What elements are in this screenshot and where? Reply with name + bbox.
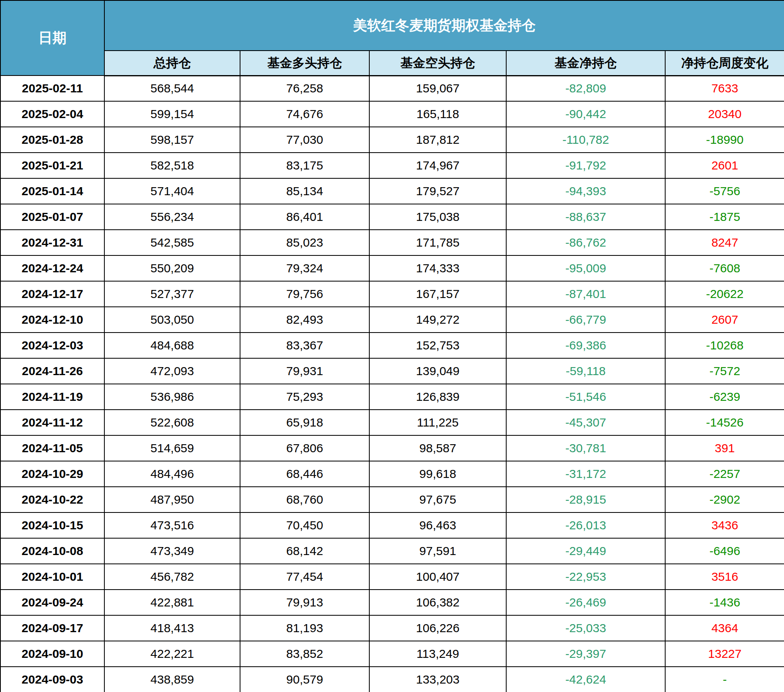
date-column-header: 日期 [0,0,104,76]
date-cell: 2024-09-17 [0,615,104,641]
total-position-cell: 484,688 [104,333,240,358]
total-position-cell: 542,585 [104,230,240,255]
weekly-net-change-cell: -2902 [665,487,784,512]
fund-long-position-cell: 74,676 [240,101,369,127]
table-row: 2024-12-24 550,209 79,324 174,333 -95,00… [0,255,784,281]
column-header-fund-net: 基金净持仓 [506,51,665,76]
table-row: 2024-11-05 514,659 67,806 98,587 -30,781… [0,435,784,461]
fund-short-position-cell: 106,382 [369,590,506,615]
date-cell: 2024-12-03 [0,333,104,358]
total-position-cell: 598,157 [104,127,240,153]
date-cell: 2024-10-22 [0,487,104,512]
fund-net-position-cell: -25,033 [506,615,665,641]
column-header-fund-long: 基金多头持仓 [240,51,369,76]
weekly-net-change-cell: 2601 [665,153,784,178]
total-position-cell: 422,221 [104,641,240,667]
fund-long-position-cell: 70,450 [240,512,369,538]
date-cell: 2024-10-15 [0,512,104,538]
total-position-cell: 556,234 [104,204,240,230]
fund-short-position-cell: 152,753 [369,333,506,358]
fund-long-position-cell: 75,293 [240,384,369,410]
date-cell: 2024-10-01 [0,564,104,590]
fund-long-position-cell: 85,134 [240,178,369,204]
date-cell: 2025-01-14 [0,178,104,204]
weekly-net-change-cell: -1436 [665,590,784,615]
date-cell: 2024-12-31 [0,230,104,255]
total-position-cell: 438,859 [104,667,240,692]
fund-long-position-cell: 77,030 [240,127,369,153]
fund-net-position-cell: -29,449 [506,538,665,564]
fund-long-position-cell: 76,258 [240,76,369,101]
table-row: 2024-11-19 536,986 75,293 126,839 -51,54… [0,384,784,410]
fund-net-position-cell: -95,009 [506,255,665,281]
fund-short-position-cell: 171,785 [369,230,506,255]
total-position-cell: 418,413 [104,615,240,641]
fund-short-position-cell: 139,049 [369,358,506,384]
total-position-cell: 522,608 [104,410,240,435]
table-row: 2025-02-04 599,154 74,676 165,118 -90,44… [0,101,784,127]
fund-net-position-cell: -66,779 [506,307,665,333]
weekly-net-change-cell: -18990 [665,127,784,153]
table-row: 2025-02-11 568,544 76,258 159,067 -82,80… [0,76,784,101]
weekly-net-change-cell: 13227 [665,641,784,667]
table-row: 2024-10-08 473,349 68,142 97,591 -29,449… [0,538,784,564]
fund-net-position-cell: -26,013 [506,512,665,538]
total-position-cell: 514,659 [104,435,240,461]
weekly-net-change-cell: -7608 [665,255,784,281]
weekly-net-change-cell: -20622 [665,281,784,307]
weekly-net-change-cell: -7572 [665,358,784,384]
fund-long-position-cell: 68,142 [240,538,369,564]
table-row: 2024-09-17 418,413 81,193 106,226 -25,03… [0,615,784,641]
weekly-net-change-cell: 20340 [665,101,784,127]
table-row: 2025-01-07 556,234 86,401 175,038 -88,63… [0,204,784,230]
table-row: 2024-09-24 422,881 79,913 106,382 -26,46… [0,590,784,615]
fund-net-position-cell: -88,637 [506,204,665,230]
fund-net-position-cell: -26,469 [506,590,665,615]
fund-short-position-cell: 111,225 [369,410,506,435]
table-row: 2024-11-12 522,608 65,918 111,225 -45,30… [0,410,784,435]
total-position-cell: 422,881 [104,590,240,615]
fund-short-position-cell: 100,407 [369,564,506,590]
total-position-cell: 503,050 [104,307,240,333]
total-position-cell: 527,377 [104,281,240,307]
table-row: 2024-11-26 472,093 79,931 139,049 -59,11… [0,358,784,384]
date-cell: 2024-11-12 [0,410,104,435]
fund-net-position-cell: -29,397 [506,641,665,667]
fund-long-position-cell: 83,852 [240,641,369,667]
fund-net-position-cell: -86,762 [506,230,665,255]
date-cell: 2024-10-08 [0,538,104,564]
table-row: 2024-09-03 438,859 90,579 133,203 -42,62… [0,667,784,692]
fund-net-position-cell: -69,386 [506,333,665,358]
weekly-net-change-cell: 3516 [665,564,784,590]
table-row: 2024-09-10 422,221 83,852 113,249 -29,39… [0,641,784,667]
total-position-cell: 456,782 [104,564,240,590]
fund-net-position-cell: -94,393 [506,178,665,204]
fund-short-position-cell: 97,591 [369,538,506,564]
fund-net-position-cell: -22,953 [506,564,665,590]
fund-short-position-cell: 149,272 [369,307,506,333]
fund-short-position-cell: 133,203 [369,667,506,692]
fund-short-position-cell: 167,157 [369,281,506,307]
fund-long-position-cell: 68,760 [240,487,369,512]
weekly-net-change-cell: -6239 [665,384,784,410]
fund-short-position-cell: 113,249 [369,641,506,667]
fund-short-position-cell: 96,463 [369,512,506,538]
total-position-cell: 472,093 [104,358,240,384]
fund-long-position-cell: 77,454 [240,564,369,590]
total-position-cell: 473,349 [104,538,240,564]
fund-long-position-cell: 65,918 [240,410,369,435]
table-body: 2025-02-11 568,544 76,258 159,067 -82,80… [0,76,784,692]
fund-net-position-cell: -28,915 [506,487,665,512]
date-cell: 2024-09-10 [0,641,104,667]
column-header-row: 总持仓 基金多头持仓 基金空头持仓 基金净持仓 净持仓周度变化 [0,51,784,76]
weekly-net-change-cell: - [665,667,784,692]
fund-net-position-cell: -59,118 [506,358,665,384]
table-row: 2024-12-31 542,585 85,023 171,785 -86,76… [0,230,784,255]
table-row: 2024-10-29 484,496 68,446 99,618 -31,172… [0,461,784,487]
total-position-cell: 484,496 [104,461,240,487]
fund-short-position-cell: 175,038 [369,204,506,230]
table-row: 2024-10-01 456,782 77,454 100,407 -22,95… [0,564,784,590]
title-header-row: 日期 美软红冬麦期货期权基金持仓 [0,0,784,51]
fund-short-position-cell: 97,675 [369,487,506,512]
table-row: 2024-12-03 484,688 83,367 152,753 -69,38… [0,333,784,358]
